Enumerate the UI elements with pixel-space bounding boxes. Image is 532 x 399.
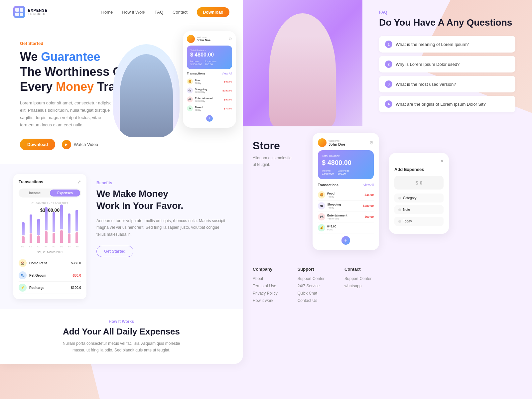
faq-label: FAQ [379, 10, 515, 15]
logo-dot-2 [20, 8, 24, 12]
hero-watch-button[interactable]: ▶ Watch Video [62, 140, 98, 149]
tx-home-rent: 🏠 Home Rent $350.0 [19, 257, 81, 269]
app-tx-entertainment: 🎮 Entertainment Yesterday -$60.00 [318, 211, 374, 222]
add-expenses-amount: $ 0 [394, 176, 444, 190]
shopping-info: Shopping Yesterday [195, 88, 221, 93]
app-shopping-icon: 🛍 [318, 202, 325, 209]
app-tx-partial: 💰 845.00 Food [318, 222, 374, 233]
food-info: Food Today [195, 79, 223, 84]
note-field[interactable]: Note [394, 205, 444, 214]
footer-privacy[interactable]: Privacy Policy [253, 291, 278, 296]
phone-settings-icon: ⚙ [228, 37, 232, 41]
date-label: Sat, 20 March 2021 [19, 250, 81, 254]
field-dot-3 [398, 220, 401, 223]
faq-text-3: What is the most used version? [396, 82, 456, 87]
app-food-info: Food Today [327, 192, 361, 198]
home-rent-info: Home Rent [29, 261, 68, 265]
app-settings-icon[interactable]: ⚙ [369, 140, 374, 145]
app-tx-shopping: 🛍 Shopping Today -$280.00 [318, 200, 374, 211]
store-section: Store Aliquam quis molestieut feugiat. [253, 133, 303, 168]
footer-247[interactable]: 24/7 Service [298, 284, 325, 288]
phone-welcome: Welcome [197, 36, 210, 39]
card-header: Transactions ⤢ [19, 179, 81, 185]
app-balance-card: Total Balance $ 4800.00 Income 2,500.000… [318, 150, 374, 179]
faq-num-2: 2 [385, 61, 392, 68]
faq-item-3[interactable]: 3 What is the most used version? [379, 76, 515, 92]
shopping-icon: 🛍 [187, 87, 193, 93]
bar-1 [20, 222, 26, 243]
food-icon: 🍔 [187, 78, 193, 84]
footer-company: Company About Terms of Use Privacy Polic… [253, 267, 278, 306]
footer-quick-chat[interactable]: Quick Chat [298, 291, 325, 296]
phone-tx-food: 🍔 Food Today -$45.00 [187, 77, 232, 86]
get-started-button[interactable]: Get Started [96, 246, 133, 257]
faq-item-4[interactable]: 4 What are the origins of Lorem Ipsum Do… [379, 96, 515, 112]
hiw-desc: Nullam porta consectetur metus vel facil… [58, 340, 185, 354]
app-balance-amount: $ 4800.00 [322, 159, 370, 167]
nav-how-it-work[interactable]: How it Work [122, 9, 145, 15]
pet-groom-info: Pet Groom [29, 274, 69, 277]
date-range: 01 Jan 2021 - 01 April 2021 [19, 201, 81, 205]
benefits-desc: Aenean ut tortor vulputate, mollis orci … [96, 217, 229, 238]
hero-line3: Every [20, 80, 56, 93]
phone-tx-entertainment: 🎮 Entertainment Yesterday -$80.00 [187, 95, 232, 104]
phone-user-info: Welcome John Doe [197, 36, 210, 42]
phone-balance-label: Total Balance [190, 49, 229, 52]
nav-home[interactable]: Home [101, 9, 113, 15]
phone-income-stat: Income 3,500.000 [190, 60, 202, 66]
app-food-icon: 🍔 [318, 191, 325, 199]
nav-faq[interactable]: FAQ [155, 9, 163, 15]
faq-item-2[interactable]: 2 Why is Lorem Ipsum Dolor used? [379, 56, 515, 72]
nav-cta[interactable]: Download [197, 9, 229, 15]
faq-text-4: What are the origins of Lorem Ipsum Dolo… [396, 102, 486, 107]
store-title: Store [253, 140, 303, 152]
add-expenses-title: Add Expenses [394, 167, 444, 172]
hiw-label: How It Works [20, 319, 223, 324]
logo-dot-3 [15, 13, 19, 16]
footer-contact: Contact Support Center whatsapp [344, 267, 371, 306]
today-field[interactable]: Today [394, 217, 444, 226]
chart-amount: $3500.00 [19, 207, 81, 213]
add-transaction-button[interactable]: + [206, 115, 213, 122]
faq-item-1[interactable]: 1 What is the meaning of Lorem Ipsum? [379, 36, 515, 53]
close-icon[interactable]: × [394, 158, 444, 164]
footer-how-it-work[interactable]: How it work [253, 298, 278, 303]
category-field[interactable]: Category [394, 194, 444, 202]
footer-contact-us[interactable]: Contact Us [298, 298, 325, 303]
app-tx-food: 🍔 Food Today -$45.00 [318, 190, 374, 200]
app-income-stat: Income 2,500.000 [322, 169, 334, 175]
app-expense-stat: Expenses 800.00 [338, 169, 349, 175]
tab-expense[interactable]: Expenses [50, 190, 80, 197]
tab-income[interactable]: Income [20, 190, 50, 197]
faq-num-4: 4 [385, 100, 392, 108]
footer-company-title: Company [253, 267, 278, 272]
nav-links: Home How it Work FAQ Contact Download [101, 9, 229, 15]
nav-contact[interactable]: Contact [173, 9, 188, 15]
person-silhouette [120, 54, 173, 137]
photo-area [243, 0, 362, 126]
left-section: EXPENSE TRACKER Home How it Work FAQ Con… [0, 0, 243, 364]
footer-whatsapp[interactable]: whatsapp [344, 284, 371, 288]
recharge-info: Recharge [29, 286, 68, 290]
footer-support-center[interactable]: Support Center [298, 276, 325, 281]
footer-contact-support[interactable]: Support Center [344, 276, 371, 281]
footer-about[interactable]: About [253, 276, 278, 281]
card-expand-icon[interactable]: ⤢ [77, 179, 81, 185]
logo-dot-1 [15, 8, 19, 12]
hero-desc: Lorem ipsum dolor sit amet, consectetur … [20, 99, 120, 129]
phone-balance-amount: $ 4800.00 [190, 52, 229, 58]
faq-num-1: 1 [385, 41, 392, 48]
right-middle: Store Aliquam quis molestieut feugiat. W… [243, 126, 532, 257]
app-partial-info: 845.00 Food [327, 225, 372, 231]
bar-chart [19, 216, 81, 243]
store-desc: Aliquam quis molestieut feugiat. [253, 155, 303, 168]
faq-text-2: Why is Lorem Ipsum Dolor used? [396, 62, 460, 67]
tab-group: Income Expenses [19, 189, 81, 198]
bar-7 [66, 213, 72, 243]
footer-terms[interactable]: Terms of Use [253, 284, 278, 288]
footer-support: Support Support Center 24/7 Service Quic… [298, 267, 325, 306]
card-title: Transactions [19, 180, 43, 184]
app-add-button[interactable]: + [341, 236, 350, 245]
phone-mockup-hero: Welcome John Doe ⚙ Total Balance $ 4800.… [183, 31, 236, 128]
hero-download-button[interactable]: Download [20, 139, 55, 150]
